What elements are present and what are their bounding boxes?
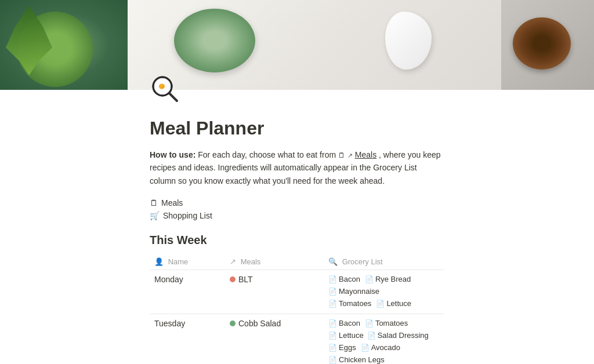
grocery-row: 📄 Tomatoes 📄 Lettuce bbox=[328, 299, 411, 308]
grocery-item: 📄 Tomatoes bbox=[328, 299, 371, 308]
meal-color-dot bbox=[230, 276, 236, 282]
grocery-item: 📄 Mayonnaise bbox=[328, 287, 379, 296]
doc-icon: 📄 bbox=[328, 344, 337, 352]
grocery-item: 📄 Avocado bbox=[361, 343, 400, 352]
grocery-cell: 📄 Bacon 📄 Rye Bread 📄 Mayonnaise 📄 Tomat… bbox=[324, 270, 444, 314]
day-name: Tuesday bbox=[154, 319, 185, 328]
grocery-item-name: Tomatoes bbox=[339, 299, 371, 308]
grocery-item-name: Salad Dressing bbox=[378, 331, 429, 340]
hero-image bbox=[0, 0, 594, 90]
grocery-cell: 📄 Bacon 📄 Tomatoes 📄 Lettuce 📄 Salad Dre… bbox=[324, 314, 444, 364]
doc-icon: 📄 bbox=[328, 300, 337, 308]
grocery-item-name: Eggs bbox=[339, 343, 356, 352]
svg-line-4 bbox=[169, 93, 177, 101]
table-row: Monday BLT 📄 Bacon 📄 Rye Bread 📄 Mayonn bbox=[150, 270, 444, 314]
arrow-icon: ↗ bbox=[230, 257, 236, 266]
shopping-nav-icon: 🛒 bbox=[150, 211, 160, 220]
meals-inline-icon: 🗒 bbox=[338, 151, 345, 159]
grocery-item: 📄 Lettuce bbox=[328, 331, 364, 340]
grocery-row: 📄 Bacon 📄 Tomatoes bbox=[328, 319, 408, 327]
doc-icon: 📄 bbox=[361, 344, 370, 352]
meal-name: Cobb Salad bbox=[238, 319, 281, 328]
shopping-nav-label: Shopping List bbox=[163, 211, 212, 220]
meal-tag: Cobb Salad bbox=[230, 319, 319, 328]
nav-meals[interactable]: 🗒 Meals bbox=[150, 196, 444, 209]
table-row: Tuesday Cobb Salad 📄 Bacon 📄 Tomatoes 📄 bbox=[150, 314, 444, 364]
table-header-row: 👤 Name ↗ Meals 🔍 Grocery List bbox=[150, 254, 444, 270]
grocery-item-name: Lettuce bbox=[339, 331, 364, 340]
meal-color-dot bbox=[230, 321, 236, 326]
meals-nav-label: Meals bbox=[161, 198, 183, 208]
grocery-item: 📄 Eggs bbox=[328, 343, 356, 352]
doc-icon: 📄 bbox=[365, 319, 374, 327]
week-table: 👤 Name ↗ Meals 🔍 Grocery List Monday bbox=[150, 254, 444, 364]
search-th-icon: 🔍 bbox=[328, 257, 338, 266]
grocery-item: 📄 Lettuce bbox=[376, 299, 411, 308]
meals-inline-icon-arrow: ↗ bbox=[347, 152, 353, 159]
meal-cell: BLT bbox=[225, 270, 324, 314]
grocery-row: 📄 Salad Dressing bbox=[367, 331, 429, 340]
grocery-row: 📄 Bacon 📄 Rye Bread bbox=[328, 275, 411, 283]
doc-icon: 📄 bbox=[367, 332, 376, 340]
grocery-item: 📄 Chicken Legs bbox=[328, 355, 385, 364]
grocery-item-name: Chicken Legs bbox=[339, 355, 385, 364]
doc-icon: 📄 bbox=[328, 287, 337, 296]
grocery-item: 📄 Salad Dressing bbox=[367, 331, 429, 340]
grocery-item-name: Lettuce bbox=[386, 299, 411, 308]
app-icon bbox=[150, 74, 182, 106]
grocery-item-name: Mayonnaise bbox=[339, 287, 379, 296]
doc-icon: 📄 bbox=[328, 319, 337, 327]
th-grocery: 🔍 Grocery List bbox=[324, 254, 444, 270]
grocery-row: 📄 Chicken Legs bbox=[328, 355, 385, 364]
grocery-item: 📄 Bacon bbox=[328, 275, 360, 283]
meal-name: BLT bbox=[238, 275, 253, 284]
page-title: Meal Planner bbox=[150, 118, 444, 139]
meal-tag: BLT bbox=[230, 275, 319, 284]
grocery-item-name: Bacon bbox=[339, 275, 360, 283]
grocery-item: 📄 Bacon bbox=[328, 319, 360, 327]
svg-point-3 bbox=[161, 85, 162, 86]
day-cell: Tuesday bbox=[150, 314, 225, 364]
grocery-row: 📄 Eggs 📄 Avocado bbox=[328, 343, 400, 352]
person-icon: 👤 bbox=[154, 257, 164, 266]
doc-icon: 📄 bbox=[328, 356, 337, 364]
grocery-items: 📄 Bacon 📄 Rye Bread 📄 Mayonnaise 📄 Tomat… bbox=[328, 275, 440, 309]
grocery-item-name: Tomatoes bbox=[375, 319, 408, 327]
title-section: Meal Planner How to use: For each day, c… bbox=[150, 90, 444, 364]
nav-shopping[interactable]: 🛒 Shopping List bbox=[150, 209, 444, 222]
main-content: Meal Planner How to use: For each day, c… bbox=[0, 90, 594, 364]
grocery-row: 📄 Mayonnaise bbox=[328, 287, 379, 296]
grocery-items: 📄 Bacon 📄 Tomatoes 📄 Lettuce 📄 Salad Dre… bbox=[328, 319, 440, 364]
description: How to use: For each day, choose what to… bbox=[150, 148, 444, 187]
svg-point-2 bbox=[159, 84, 165, 89]
grocery-item: 📄 Tomatoes bbox=[365, 319, 408, 327]
nav-links: 🗒 Meals 🛒 Shopping List bbox=[150, 196, 444, 222]
th-meals: ↗ Meals bbox=[225, 254, 324, 270]
grocery-item-name: Bacon bbox=[339, 319, 360, 327]
grocery-row: 📄 Lettuce bbox=[328, 331, 364, 340]
grocery-item-name: Avocado bbox=[371, 343, 400, 352]
doc-icon: 📄 bbox=[328, 275, 337, 283]
doc-icon: 📄 bbox=[376, 300, 385, 308]
th-name: 👤 Name bbox=[150, 254, 225, 270]
day-name: Monday bbox=[154, 275, 183, 284]
day-cell: Monday bbox=[150, 270, 225, 314]
meal-cell: Cobb Salad bbox=[225, 314, 324, 364]
meals-link[interactable]: Meals bbox=[355, 150, 376, 159]
doc-icon: 📄 bbox=[328, 332, 337, 340]
doc-icon: 📄 bbox=[365, 275, 374, 283]
grocery-item-name: Rye Bread bbox=[375, 275, 411, 283]
meals-nav-icon: 🗒 bbox=[150, 198, 158, 208]
this-week-title: This Week bbox=[150, 234, 444, 247]
grocery-item: 📄 Rye Bread bbox=[365, 275, 411, 283]
